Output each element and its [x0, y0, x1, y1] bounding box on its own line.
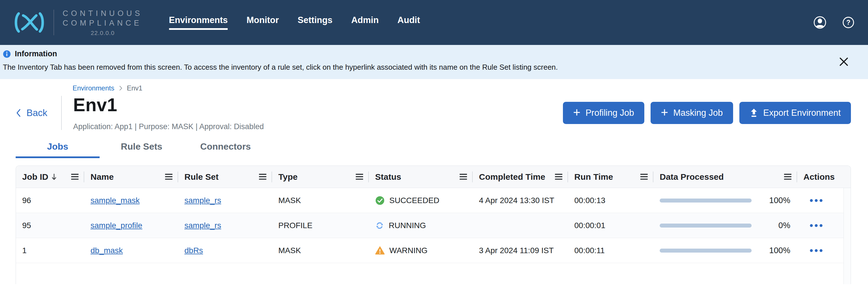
tab-jobs[interactable]: Jobs — [16, 141, 100, 158]
cell-completed-time: 4 Apr 2024 13:30 IST — [473, 188, 568, 213]
app-version: 22.0.0.0 — [91, 30, 115, 36]
cell-completed-time: 3 Apr 2024 11:09 IST — [473, 238, 568, 263]
jobs-table: Job ID Name Rule Set — [16, 165, 851, 284]
column-menu-icon[interactable] — [356, 174, 363, 180]
job-name-link[interactable]: sample_profile — [91, 221, 142, 230]
chevron-right-icon — [118, 85, 123, 91]
masking-job-label: Masking Job — [673, 108, 723, 118]
column-menu-icon[interactable] — [640, 174, 648, 180]
cell-status: RUNNING — [369, 213, 473, 238]
tab-rule-sets[interactable]: Rule Sets — [100, 141, 184, 158]
check-circle-icon — [375, 196, 385, 205]
column-header-name[interactable]: Name — [84, 166, 178, 188]
job-name-link[interactable]: db_mask — [91, 246, 123, 255]
cell-data-processed: 0% — [653, 213, 797, 238]
breadcrumb-environments-link[interactable]: Environments — [72, 84, 115, 92]
column-header-data-processed[interactable]: Data Processed — [653, 166, 797, 188]
nav-item-settings[interactable]: Settings — [298, 15, 332, 30]
sort-desc-icon[interactable] — [51, 173, 57, 181]
cell-type: MASK — [272, 188, 369, 213]
cell-status: WARNING — [369, 238, 473, 263]
warning-triangle-icon — [375, 246, 385, 255]
nav-item-audit[interactable]: Audit — [398, 15, 420, 30]
table-row: 1 db_mask dbRs MASK WARNING 3 Apr 2024 1… — [16, 238, 843, 263]
brand-line1: CONTINUOUS — [63, 8, 143, 18]
cell-job-id: 1 — [16, 238, 84, 263]
close-icon[interactable] — [838, 56, 850, 68]
column-menu-icon[interactable] — [784, 174, 792, 180]
back-label: Back — [27, 107, 47, 118]
upload-icon — [750, 108, 758, 118]
help-icon[interactable]: ? — [842, 17, 854, 28]
column-header-actions: Actions — [797, 166, 850, 188]
profiling-job-button[interactable]: + Profiling Job — [563, 102, 644, 124]
masking-job-button[interactable]: + Masking Job — [651, 102, 733, 124]
job-name-link[interactable]: sample_mask — [91, 196, 140, 205]
column-menu-icon[interactable] — [165, 174, 173, 180]
cell-data-processed: 100% — [653, 188, 797, 213]
row-actions-button[interactable] — [797, 213, 843, 238]
brand-line2: COMPLIANCE — [63, 18, 143, 28]
page-header: Back Env1 Application: App1 | Purpose: M… — [16, 94, 851, 131]
column-header-job-id[interactable]: Job ID — [16, 166, 84, 188]
banner-message: The Inventory Tab has been removed from … — [3, 63, 837, 72]
cell-type: PROFILE — [272, 213, 369, 238]
column-header-run-time[interactable]: Run Time — [568, 166, 653, 188]
table-scrollbar[interactable] — [843, 188, 850, 284]
tab-connectors[interactable]: Connectors — [184, 141, 268, 158]
rule-set-link[interactable]: sample_rs — [184, 221, 221, 230]
export-environment-button[interactable]: Export Environment — [739, 102, 851, 124]
svg-text:?: ? — [846, 19, 850, 26]
navbar-logo-divider — [54, 10, 54, 35]
brand-logo-icon[interactable] — [12, 12, 46, 33]
cell-job-id: 96 — [16, 188, 84, 213]
cell-job-id: 95 — [16, 213, 84, 238]
column-header-completed-time[interactable]: Completed Time — [473, 166, 568, 188]
ellipsis-menu-icon — [810, 224, 823, 227]
column-header-status[interactable]: Status — [369, 166, 473, 188]
column-menu-icon[interactable] — [259, 174, 267, 180]
column-header-type[interactable]: Type — [272, 166, 369, 188]
cell-data-processed: 100% — [653, 238, 797, 263]
progress-bar — [660, 198, 752, 202]
nav-item-admin[interactable]: Admin — [351, 15, 378, 30]
export-environment-label: Export Environment — [763, 108, 841, 118]
progress-bar — [660, 224, 752, 227]
brand-block: CONTINUOUS COMPLIANCE 22.0.0.0 — [63, 8, 143, 36]
row-actions-button[interactable] — [797, 188, 843, 213]
breadcrumb: Environments Env1 — [72, 84, 851, 92]
cell-type: MASK — [272, 238, 369, 263]
cell-run-time: 00:00:11 — [568, 238, 653, 263]
progress-bar — [660, 249, 752, 253]
sync-icon — [375, 221, 384, 230]
back-button[interactable]: Back — [16, 107, 61, 118]
table-row: 96 sample_mask sample_rs MASK SUCCEEDED … — [16, 188, 843, 213]
info-icon — [3, 50, 11, 58]
progress-percent: 100% — [769, 196, 790, 205]
chevron-left-icon — [16, 108, 21, 118]
navbar-right: ? — [813, 16, 854, 29]
header-actions: + Profiling Job + Masking Job Export Env… — [563, 102, 851, 124]
ellipsis-menu-icon — [810, 199, 823, 202]
page-subtitle: Application: App1 | Purpose: MASK | Appr… — [73, 122, 264, 131]
rule-set-link[interactable]: sample_rs — [184, 196, 221, 205]
column-menu-icon[interactable] — [71, 174, 79, 180]
detail-tabs: Jobs Rule Sets Connectors — [16, 141, 851, 158]
app-root: CONTINUOUS COMPLIANCE 22.0.0.0 Environme… — [0, 0, 868, 285]
column-menu-icon[interactable] — [460, 174, 467, 180]
top-navbar: CONTINUOUS COMPLIANCE 22.0.0.0 Environme… — [0, 0, 868, 45]
main-nav: Environments Monitor Settings Admin Audi… — [169, 15, 420, 30]
column-header-rule-set[interactable]: Rule Set — [178, 166, 272, 188]
info-banner: Information The Inventory Tab has been r… — [0, 45, 868, 79]
row-actions-button[interactable] — [797, 238, 843, 263]
user-icon[interactable] — [813, 16, 827, 29]
nav-item-environments[interactable]: Environments — [169, 15, 228, 30]
rule-set-link[interactable]: dbRs — [184, 246, 203, 255]
jobs-table-header: Job ID Name Rule Set — [16, 166, 850, 188]
table-row: 95 sample_profile sample_rs PROFILE RUNN… — [16, 213, 843, 238]
column-menu-icon[interactable] — [555, 174, 562, 180]
nav-item-monitor[interactable]: Monitor — [246, 15, 279, 30]
progress-percent: 0% — [778, 221, 790, 230]
progress-percent: 100% — [769, 246, 790, 255]
cell-completed-time — [473, 213, 568, 238]
